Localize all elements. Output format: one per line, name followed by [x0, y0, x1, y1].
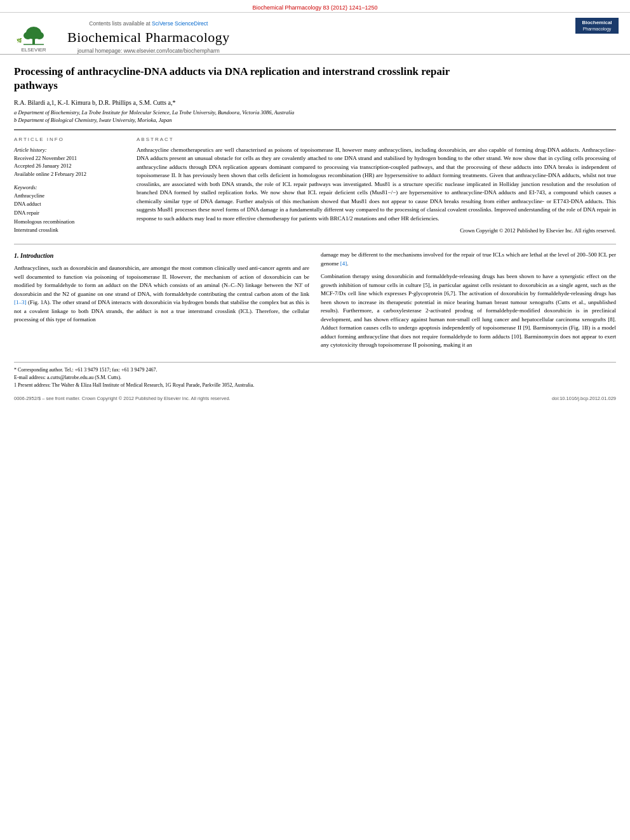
inline-word-formation: formation [73, 316, 96, 323]
article-info-abstract-section: ARTICLE INFO Article history: Received 2… [14, 137, 616, 235]
article-title: Processing of anthracycline-DNA adducts … [14, 65, 471, 93]
bp-logo-title: Biochemical [578, 20, 616, 26]
elsevier-logo: 🌿 ELSEVIER [11, 18, 56, 53]
authors-line: R.A. Bilardi a,1, K.-I. Kimura b, D.R. P… [14, 99, 616, 106]
keyword-2: DNA adduct [14, 200, 125, 209]
footnotes: * Corresponding author. Tel.: +61 3 9479… [14, 362, 616, 389]
intro-para-3: Combination therapy using doxorubicin an… [321, 272, 616, 350]
keywords-section: Keywords: Anthracycline DNA adduct DNA r… [14, 183, 125, 235]
contents-available-text: Contents lists available at SciVerse Sci… [67, 20, 230, 27]
keyword-3: DNA repair [14, 209, 125, 218]
footnote-star: * Corresponding author. Tel.: +61 3 9479… [14, 366, 616, 374]
received-date: Received 22 November 2011 [14, 154, 125, 163]
available-date: Available online 2 February 2012 [14, 170, 125, 178]
keyword-1: Anthracycline [14, 192, 125, 201]
sciverse-link[interactable]: SciVerse ScienceDirect [152, 20, 208, 27]
footnote-1: 1 Present address: The Walter & Eliza Ha… [14, 382, 616, 389]
bottom-bar: 0006-2952/$ – see front matter. Crown Co… [14, 396, 616, 401]
elsevier-text-label: ELSEVIER [21, 47, 46, 53]
article-info-content: Article history: Received 22 November 20… [14, 146, 125, 235]
footnote-email: E-mail address: a.cutts@latrobe.edu.au (… [14, 374, 616, 382]
bottom-copyright: 0006-2952/$ – see front matter. Crown Co… [14, 396, 231, 401]
abstract-column: ABSTRACT Anthracycline chemotherapeutics… [137, 137, 616, 235]
abstract-text: Anthracycline chemotherapeutics are well… [137, 146, 616, 235]
article-info-column: ARTICLE INFO Article history: Received 2… [14, 137, 125, 235]
contents-bar: 🌿 ELSEVIER Contents lists available at S… [0, 13, 630, 55]
bp-logo-subtitle: Pharmacology [578, 26, 616, 32]
journal-reference: Biochemical Pharmacology 83 (2012) 1241–… [252, 4, 377, 11]
journal-title: Biochemical Pharmacology [67, 29, 230, 46]
article-history-label: Article history: [14, 146, 125, 154]
abstract-paragraph: Anthracycline chemotherapeutics are well… [137, 146, 616, 223]
header-left: 🌿 ELSEVIER Contents lists available at S… [11, 18, 230, 54]
body-column-left: 1. Introduction Anthracyclines, such as … [14, 251, 309, 354]
bp-logo-box: Biochemical Pharmacology [575, 18, 619, 34]
abstract-label: ABSTRACT [137, 137, 616, 142]
body-column-right: damage may be different to the mechanism… [321, 251, 616, 354]
journal-right-logo: Biochemical Pharmacology [574, 18, 619, 34]
elsevier-logo-svg: 🌿 [14, 19, 53, 47]
keyword-5: Interstrand crosslink [14, 226, 125, 235]
intro-heading: 1. Introduction [14, 251, 309, 260]
copyright-line: Crown Copyright © 2012 Published by Else… [137, 227, 616, 235]
affiliations: a Department of Biochemistry, La Trobe I… [14, 109, 616, 130]
svg-text:🌿: 🌿 [17, 37, 22, 43]
journal-center-block: Contents lists available at SciVerse Sci… [67, 18, 230, 54]
article-history-group: Article history: Received 22 November 20… [14, 146, 125, 178]
journal-homepage: journal homepage: www.elsevier.com/locat… [67, 48, 230, 54]
svg-point-3 [23, 32, 32, 39]
article-container: Processing of anthracycline-DNA adducts … [0, 55, 630, 408]
affiliation-b: b Department of Biological Chemistry, Iw… [14, 117, 616, 124]
keyword-4: Homologous recombination [14, 218, 125, 227]
article-info-label: ARTICLE INFO [14, 137, 125, 142]
authors-text: R.A. Bilardi a,1, K.-I. Kimura b, D.R. P… [14, 99, 175, 106]
bottom-doi: doi:10.1016/j.bcp.2012.01.029 [552, 396, 616, 401]
body-section: 1. Introduction Anthracyclines, such as … [14, 251, 616, 354]
accepted-date: Accepted 26 January 2012 [14, 162, 125, 170]
intro-para-2: damage may be different to the mechanism… [321, 251, 616, 268]
svg-point-4 [35, 32, 44, 39]
affiliation-a: a Department of Biochemistry, La Trobe I… [14, 109, 616, 117]
keywords-label: Keywords: [14, 183, 125, 192]
intro-para-1: Anthracyclines, such as doxorubicin and … [14, 264, 309, 324]
journal-header-bar: Biochemical Pharmacology 83 (2012) 1241–… [0, 0, 630, 13]
keywords-list: Anthracycline DNA adduct DNA repair Homo… [14, 192, 125, 235]
section-divider [14, 244, 616, 244]
